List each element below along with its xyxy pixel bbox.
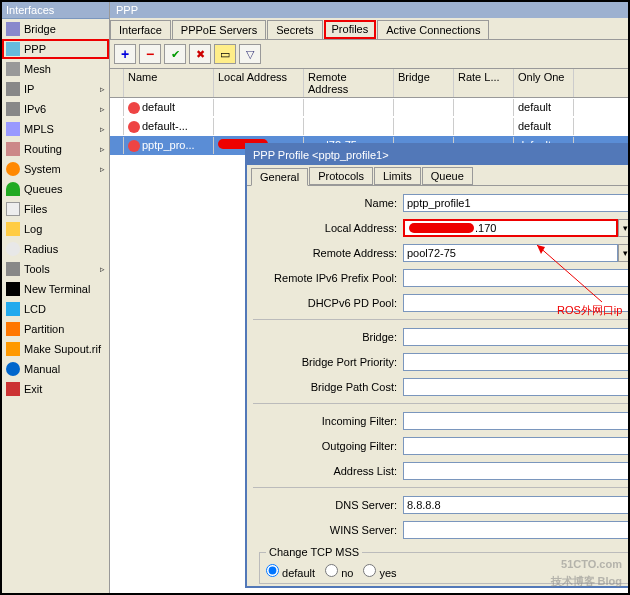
redacted-ip	[409, 223, 474, 233]
col-local[interactable]: Local Address	[214, 69, 304, 97]
main-panel: PPP InterfacePPPoE ServersSecretsProfile…	[110, 2, 628, 595]
tab-interface[interactable]: Interface	[110, 20, 171, 39]
ppp-profile-dialog: PPP Profile <pptp_profile1> ▫ ✕ GeneralP…	[245, 143, 630, 588]
tab-secrets[interactable]: Secrets	[267, 20, 322, 39]
tab-active-connections[interactable]: Active Connections	[377, 20, 489, 39]
input-bridge-path-cost[interactable]	[403, 378, 630, 396]
add-button[interactable]: +	[114, 44, 136, 64]
dialog-tabs: GeneralProtocolsLimitsQueue	[247, 167, 630, 185]
label-local-address: Local Address:	[253, 222, 403, 234]
sidebar-item-manual[interactable]: Manual	[2, 359, 109, 379]
sidebar-item-partition[interactable]: Partition	[2, 319, 109, 339]
change-tcp-mss-legend: Change TCP MSS	[266, 546, 362, 558]
toolbar: + − ✔ ✖ ▭ ▽	[110, 40, 628, 69]
col-bridge[interactable]: Bridge	[394, 69, 454, 97]
window-title: PPP	[110, 2, 628, 18]
ip-icon	[6, 82, 20, 96]
col-name[interactable]: Name	[124, 69, 214, 97]
sidebar-item-files[interactable]: Files	[2, 199, 109, 219]
input-address-list[interactable]	[403, 462, 630, 480]
filter-button[interactable]: ▽	[239, 44, 261, 64]
dialog-tab-general[interactable]: General	[251, 168, 308, 186]
sidebar-item-mesh[interactable]: Mesh	[2, 59, 109, 79]
sidebar-item-lcd[interactable]: LCD	[2, 299, 109, 319]
radio-default[interactable]: default	[266, 564, 315, 579]
field-name: Name:	[253, 194, 630, 212]
local-address-dropdown[interactable]: ▾	[618, 219, 630, 237]
change-tcp-mss-group: Change TCP MSS default no yes	[259, 546, 630, 584]
label-dhcpv6-pd-pool: DHCPv6 PD Pool:	[253, 297, 403, 309]
sidebar-item-mpls[interactable]: MPLS▹	[2, 119, 109, 139]
sidebar-item-routing[interactable]: Routing▹	[2, 139, 109, 159]
radio-no[interactable]: no	[325, 564, 353, 579]
col-only[interactable]: Only One	[514, 69, 574, 97]
input-bridge[interactable]	[403, 328, 630, 346]
comment-button[interactable]: ▭	[214, 44, 236, 64]
sidebar-item-bridge[interactable]: Bridge	[2, 19, 109, 39]
input-outgoing-filter[interactable]	[403, 437, 630, 455]
sidebar-item-system[interactable]: System▹	[2, 159, 109, 179]
ipv6-icon	[6, 102, 20, 116]
sidebar-item-exit[interactable]: Exit	[2, 379, 109, 399]
input-remote-ipv6-prefix[interactable]	[403, 269, 630, 287]
dialog-titlebar[interactable]: PPP Profile <pptp_profile1> ▫ ✕	[247, 145, 630, 165]
profile-icon	[128, 102, 140, 114]
label-outgoing-filter: Outgoing Filter:	[253, 440, 403, 452]
col-flag[interactable]	[110, 69, 124, 97]
label-dns-server: DNS Server:	[253, 499, 403, 511]
input-name[interactable]	[403, 194, 630, 212]
label-remote-ipv6-prefix: Remote IPv6 Prefix Pool:	[253, 272, 403, 284]
sidebar-header: Interfaces	[2, 2, 109, 19]
col-rate[interactable]: Rate L...	[454, 69, 514, 97]
table-row[interactable]: default-... default	[110, 117, 628, 136]
dialog-tab-limits[interactable]: Limits	[374, 167, 421, 185]
sidebar-item-ipv6[interactable]: IPv6▹	[2, 99, 109, 119]
ppp-icon	[6, 42, 20, 56]
field-remote-address: Remote Address: ▾ ▴▾	[253, 244, 630, 262]
log-icon	[6, 222, 20, 236]
label-bridge-port-priority: Bridge Port Priority:	[253, 356, 403, 368]
disable-button[interactable]: ✖	[189, 44, 211, 64]
sidebar-item-make-supout-rif[interactable]: Make Supout.rif	[2, 339, 109, 359]
mesh-icon	[6, 62, 20, 76]
input-remote-address[interactable]	[403, 244, 618, 262]
input-dns-server[interactable]	[403, 496, 630, 514]
col-remote[interactable]: Remote Address	[304, 69, 394, 97]
radius-icon	[6, 242, 20, 256]
field-remote-ipv6-prefix: Remote IPv6 Prefix Pool: ▾	[253, 269, 630, 287]
dialog-tab-protocols[interactable]: Protocols	[309, 167, 373, 185]
sidebar-item-tools[interactable]: Tools▹	[2, 259, 109, 279]
chevron-right-icon: ▹	[100, 144, 105, 154]
sidebar-item-queues[interactable]: Queues	[2, 179, 109, 199]
remote-address-dropdown[interactable]: ▾	[618, 244, 630, 262]
field-bridge-port-priority: Bridge Port Priority: ▾	[253, 353, 630, 371]
tools-icon	[6, 262, 20, 276]
label-remote-address: Remote Address:	[253, 247, 403, 259]
chevron-right-icon: ▹	[100, 104, 105, 114]
queues-icon	[6, 182, 20, 196]
sidebar-item-radius[interactable]: Radius	[2, 239, 109, 259]
table-row[interactable]: default default	[110, 98, 628, 117]
tab-pppoe-servers[interactable]: PPPoE Servers	[172, 20, 266, 39]
enable-button[interactable]: ✔	[164, 44, 186, 64]
sidebar-item-ip[interactable]: IP▹	[2, 79, 109, 99]
sidebar-item-log[interactable]: Log	[2, 219, 109, 239]
sidebar-item-ppp[interactable]: PPP	[2, 39, 109, 59]
routing-icon	[6, 142, 20, 156]
label-bridge: Bridge:	[253, 331, 403, 343]
remove-button[interactable]: −	[139, 44, 161, 64]
manual-icon	[6, 362, 20, 376]
sidebar: Interfaces BridgePPPMeshIP▹IPv6▹MPLS▹Rou…	[2, 2, 110, 595]
input-wins-server[interactable]	[403, 521, 630, 539]
tab-profiles[interactable]: Profiles	[324, 20, 377, 39]
radio-yes[interactable]: yes	[363, 564, 396, 579]
profile-icon	[128, 121, 140, 133]
dialog-tab-queue[interactable]: Queue	[422, 167, 473, 185]
supout-icon	[6, 342, 20, 356]
label-incoming-filter: Incoming Filter:	[253, 415, 403, 427]
sidebar-item-new-terminal[interactable]: New Terminal	[2, 279, 109, 299]
field-wins-server: WINS Server: ▴▾	[253, 521, 630, 539]
lcd-icon	[6, 302, 20, 316]
input-bridge-port-priority[interactable]	[403, 353, 630, 371]
input-incoming-filter[interactable]	[403, 412, 630, 430]
